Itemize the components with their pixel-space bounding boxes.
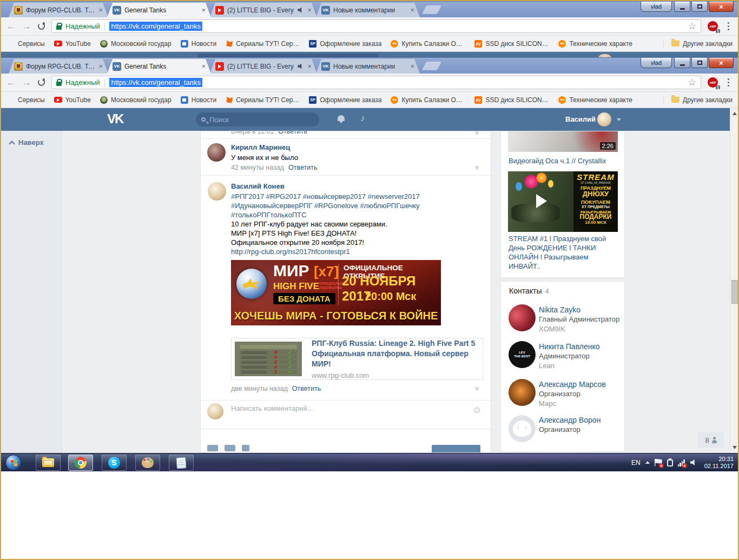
bookmark-star-icon[interactable]: ☆ xyxy=(688,21,696,32)
bookmark-youtube[interactable]: YouTube xyxy=(54,96,91,104)
bookmark-dns-sled[interactable]: dns Купить Салазки ORIC xyxy=(391,40,465,48)
tab-audio-speaker-icon[interactable] xyxy=(298,63,304,70)
bookmark-news[interactable]: Новости xyxy=(181,96,216,104)
music-note-icon[interactable]: ♪ xyxy=(360,113,365,124)
avatar-placeholder-dog-icon[interactable]: xx xyxy=(509,415,536,442)
new-tab-button[interactable] xyxy=(422,5,442,14)
scroll-down-icon[interactable] xyxy=(733,446,737,449)
heart-icon[interactable]: ♥ xyxy=(474,384,479,393)
bookmark-dns-sled[interactable]: dns Купить Салазки ORIC xyxy=(391,96,465,104)
server-banner-image[interactable]: МИР [x7] HIGH FIVE ОФИЦИАЛЬНАЯПЛАТФОРМА … xyxy=(231,260,441,325)
profile-button[interactable]: vlad xyxy=(641,2,672,12)
forward-icon[interactable]: → xyxy=(22,22,31,31)
reply-link[interactable]: Ответить xyxy=(278,131,307,135)
heart-icon[interactable]: ♥ xyxy=(474,163,479,172)
volume-icon[interactable] xyxy=(690,459,697,466)
contact-name-link[interactable]: Александр Ворон xyxy=(539,416,601,424)
tab-close-icon[interactable]: × xyxy=(307,63,312,70)
bookmark-star-icon[interactable]: ☆ xyxy=(688,77,696,88)
user-name[interactable]: Василий xyxy=(565,115,596,123)
bookmark-serials[interactable]: Сериалы ТУТ! Сериа xyxy=(226,96,300,104)
chevron-down-icon[interactable] xyxy=(617,118,621,121)
tab-rpg-forum[interactable]: Форум RPG-CLUB. Тема × xyxy=(9,59,108,74)
taskbar-explorer[interactable] xyxy=(36,455,61,471)
bookmark-specs[interactable]: dns Технические характе xyxy=(558,96,632,104)
bookmark-ssd[interactable]: ру SSD диск SILICON PC xyxy=(474,96,549,104)
tab-general-tanks[interactable]: VK General Tanks × xyxy=(107,3,211,17)
tab-close-icon[interactable]: × xyxy=(98,63,103,70)
bell-icon[interactable] xyxy=(338,115,345,121)
tab-close-icon[interactable]: × xyxy=(98,6,103,14)
avatar[interactable] xyxy=(509,379,536,406)
vk-logo[interactable]: VK xyxy=(107,111,123,126)
tab-close-icon[interactable]: × xyxy=(410,6,414,14)
video-thumbnail[interactable]: 2:26 xyxy=(508,131,618,152)
adblock-icon[interactable]: ABP 1 xyxy=(708,21,718,31)
avatar[interactable] xyxy=(509,304,536,331)
heart-icon[interactable]: ♥ xyxy=(474,131,479,137)
page-scrollbar[interactable] xyxy=(730,108,738,453)
tab-close-icon[interactable]: × xyxy=(201,63,206,70)
taskbar-skype[interactable]: S xyxy=(102,455,127,471)
tab-general-tanks[interactable]: VK General Tanks × xyxy=(107,59,211,74)
taskbar-paint[interactable] xyxy=(135,455,160,471)
comment-author-link[interactable]: Василий Конев xyxy=(231,182,285,190)
contact-name-link[interactable]: Александр Марсов xyxy=(539,380,606,389)
hashtag-line[interactable]: #ИдунановыйсерверРПГ #RPGonelove #люблюР… xyxy=(231,201,420,210)
chrome-menu-icon[interactable] xyxy=(728,25,729,27)
bookmark-specs[interactable]: dns Технические характе xyxy=(558,40,632,48)
hashtag-line[interactable]: #толькоРПГтолькоПТС xyxy=(231,210,306,219)
back-icon[interactable]: ← xyxy=(6,22,16,31)
bookmark-youtube[interactable]: YouTube xyxy=(54,40,91,48)
reply-link[interactable]: Ответить xyxy=(292,385,321,392)
reload-icon[interactable] xyxy=(38,23,45,30)
bookmark-university[interactable]: Московский государ xyxy=(100,40,171,48)
contact-name-link[interactable]: Никита Павленко xyxy=(539,342,600,351)
installer-icon[interactable] xyxy=(667,459,673,466)
reply-link[interactable]: Ответить xyxy=(288,164,317,171)
avatar[interactable] xyxy=(208,182,226,201)
video-thumbnail[interactable]: STREAM ОТ 1 KING_OF_PARKOUR ПРАЗДНУЕМ ДН… xyxy=(508,171,618,232)
browser-window-front[interactable]: Форум RPG-CLUB. Тема × VK General Tanks … xyxy=(1,57,738,453)
tab-close-icon[interactable]: × xyxy=(201,6,206,14)
taskbar-clock[interactable]: 20:31 02.11.2017 xyxy=(704,456,734,470)
vk-search[interactable] xyxy=(196,112,319,126)
bookmark-university[interactable]: Московский государ xyxy=(100,96,171,104)
comment-composer-input[interactable] xyxy=(231,404,415,412)
address-bar[interactable]: Надежный | https://vk.com/general_tanks … xyxy=(51,19,701,33)
comment-link[interactable]: http://rpg-club.org/ns2017hfcontestpr1 xyxy=(231,247,350,256)
back-icon[interactable]: ← xyxy=(6,78,16,87)
avatar[interactable]: LEVTHE BEST xyxy=(509,341,536,368)
bookmark-order[interactable]: SP Оформление заказа xyxy=(309,96,381,104)
tab-audio-speaker-icon[interactable] xyxy=(298,7,304,14)
secure-lock-icon[interactable] xyxy=(56,82,62,86)
user-avatar[interactable] xyxy=(597,112,611,126)
taskbar-notepad[interactable] xyxy=(169,455,194,471)
forward-icon[interactable]: → xyxy=(22,78,31,87)
preview-title[interactable]: РПГ-Клуб Russia: Lineage 2. High Five Pa… xyxy=(312,338,483,369)
smiley-icon[interactable]: ☺ xyxy=(472,405,481,416)
minimize-button[interactable] xyxy=(674,58,690,68)
security-label[interactable]: Надежный xyxy=(65,78,100,86)
chrome-menu-icon[interactable] xyxy=(728,82,729,83)
url-text[interactable]: https://vk.com/general_tanks xyxy=(109,78,202,87)
comment-author-link[interactable]: Кирилл Маринец xyxy=(231,143,290,151)
bookmark-serials[interactable]: Сериалы ТУТ! Сериа xyxy=(226,40,300,48)
tab-new-comments[interactable]: VK Новые комментарии × xyxy=(316,3,420,17)
minimize-button[interactable] xyxy=(674,2,690,12)
maximize-button[interactable] xyxy=(691,58,708,68)
like-action-icon[interactable] xyxy=(207,445,218,451)
other-bookmarks[interactable]: Другие закладки xyxy=(663,96,733,104)
scrollbar-thumb[interactable] xyxy=(731,280,738,304)
show-hidden-icons[interactable] xyxy=(645,461,650,464)
online-counter[interactable]: 8 xyxy=(698,432,724,448)
bookmark-news[interactable]: Новости xyxy=(181,40,216,48)
subscribe-button[interactable] xyxy=(432,445,480,453)
share-action-icon[interactable] xyxy=(225,445,235,451)
tab-close-icon[interactable]: × xyxy=(307,6,312,14)
bookmark-services[interactable]: Сервисы xyxy=(6,39,45,48)
language-indicator[interactable]: EN xyxy=(631,459,641,466)
taskbar-chrome[interactable] xyxy=(68,455,93,471)
action-center-flag-icon[interactable]: × xyxy=(655,459,662,466)
secure-lock-icon[interactable] xyxy=(56,25,62,30)
